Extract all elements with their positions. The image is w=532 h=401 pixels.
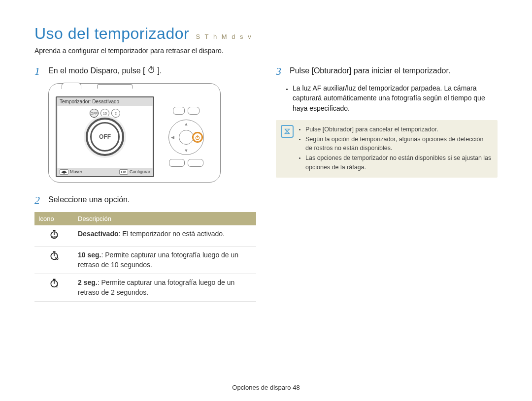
cell-desc: Desactivado: El temporizador no está act… (74, 225, 256, 246)
opt-label: Desactivado (78, 230, 118, 238)
svg-rect-16 (53, 279, 56, 280)
page-title: Uso del temporizador S T h M d s v (34, 25, 498, 43)
hint-move-label: Mover (70, 169, 82, 174)
options-table: Icono Descripción OFF Desactivado: El te… (34, 212, 256, 302)
dpad-right-timer-icon (192, 132, 203, 143)
note-item: Pulse [Obturador] para cancelar el tempo… (305, 125, 492, 134)
step-2: 2 Seleccione una opción. (34, 194, 256, 206)
table-header-row: Icono Descripción (34, 212, 256, 225)
timer-option-row: OFF 10 2 (57, 109, 153, 118)
footer-section: Opciones de disparo (232, 384, 291, 391)
step3-bullets: La luz AF auxiliar/luz del temporizador … (276, 83, 498, 113)
opt-label: 2 seg. (78, 278, 98, 286)
svg-rect-8 (53, 230, 56, 232)
arrow-icon: ◀▶ (60, 169, 68, 175)
camera-inner: Temporizador: Desactivado OFF 10 2 OFF (56, 96, 213, 177)
cell-icon: 2 (34, 274, 74, 302)
left-column: 1 En el modo Disparo, pulse [ ]. (34, 65, 256, 302)
hint-set-label: Conﬁgurar (130, 169, 150, 174)
th-icon: Icono (34, 212, 74, 225)
page-footer: Opciones de disparo 48 (0, 384, 532, 391)
opt-label: 10 seg. (78, 251, 101, 259)
page-title-text: Uso del temporizador (34, 25, 189, 42)
small-button-3 (169, 159, 185, 167)
opt-desc: : Permite capturar una fotografía luego … (78, 278, 234, 296)
svg-rect-12 (53, 251, 56, 253)
screen-footer: ◀▶ Mover OK Conﬁgurar (57, 168, 153, 177)
bottom-buttons (169, 159, 203, 167)
cell-desc: 2 seg.: Permite capturar una fotografía … (74, 274, 256, 302)
screen-title: Temporizador: Desactivado (57, 97, 153, 106)
step-number: 3 (276, 65, 285, 77)
footer-page: 48 (293, 384, 299, 391)
svg-text:10: 10 (55, 257, 59, 260)
hint-set: OK Conﬁgurar (119, 169, 150, 175)
note-list: Pulse [Obturador] para cancelar el tempo… (298, 125, 492, 172)
small-button-2 (188, 107, 200, 115)
table-row: 2 2 seg.: Permite capturar una fotografí… (34, 274, 256, 302)
dpad-ok (179, 130, 194, 145)
dpad-up-icon: ▲ (184, 122, 189, 126)
camera-controls: ▲ ▼ ◀ (159, 96, 213, 177)
mini-timer-2-icon: 2 (111, 109, 120, 118)
screen-body: OFF 10 2 OFF (57, 106, 153, 167)
intro-text: Aprenda a conﬁgurar el temporizador para… (34, 47, 498, 55)
hint-move: ◀▶ Mover (60, 169, 82, 175)
step-number: 1 (34, 65, 43, 77)
camera-body: Temporizador: Desactivado OFF 10 2 OFF (48, 83, 221, 183)
screen-off-label: OFF (99, 133, 111, 140)
th-desc: Descripción (74, 212, 256, 225)
step1-text-b: ]. (157, 66, 162, 75)
table-row: OFF Desactivado: El temporizador no está… (34, 225, 256, 246)
screen-timer-off-icon: OFF (86, 118, 124, 156)
camera-top (53, 87, 216, 93)
manual-page: Uso del temporizador S T h M d s v Apren… (0, 0, 532, 401)
step-number: 2 (34, 194, 43, 206)
note-item: Las opciones de temporizador no están di… (305, 154, 492, 171)
dpad-down-icon: ▼ (184, 148, 189, 153)
svg-rect-1 (150, 66, 152, 67)
step-text: En el modo Disparo, pulse [ ]. (48, 65, 162, 77)
mode-icons-label: S T h M d s v (196, 33, 253, 40)
timer-2s-icon: 2 (49, 278, 59, 288)
cell-icon: 10 (34, 246, 74, 274)
small-button-1 (173, 107, 185, 115)
cell-desc: 10 seg.: Permite capturar una fotografía… (74, 246, 256, 274)
content-columns: 1 En el modo Disparo, pulse [ ]. (34, 65, 498, 302)
dpad: ▲ ▼ ◀ (168, 120, 204, 155)
bullet-item: La luz AF auxiliar/luz del temporizador … (293, 83, 498, 113)
right-column: 3 Pulse [Obturador] para iniciar el temp… (276, 65, 498, 302)
camera-illustration: Temporizador: Desactivado OFF 10 2 OFF (34, 83, 256, 183)
step-text: Seleccione una opción. (48, 194, 130, 206)
small-button-4 (188, 159, 203, 167)
note-box: Pulse [Obturador] para cancelar el tempo… (276, 120, 498, 178)
top-buttons (173, 107, 200, 115)
note-icon (281, 125, 294, 138)
mini-timer-10-icon: 10 (100, 109, 109, 118)
dpad-left-icon: ◀ (171, 135, 174, 140)
mini-timer-off-icon: OFF (90, 109, 99, 118)
opt-desc: : El temporizador no está activado. (118, 230, 225, 238)
svg-rect-5 (197, 135, 198, 135)
camera-shutter-bump (97, 84, 133, 89)
ok-key-icon: OK (119, 169, 128, 175)
step-3: 3 Pulse [Obturador] para iniciar el temp… (276, 65, 498, 77)
table-row: 10 10 seg.: Permite capturar una fotogra… (34, 246, 256, 274)
timer-10s-icon: 10 (49, 250, 59, 260)
step-text: Pulse [Obturador] para iniciar el tempor… (290, 65, 450, 77)
camera-screen: Temporizador: Desactivado OFF 10 2 OFF (56, 96, 154, 177)
timer-icon (147, 65, 155, 76)
svg-text:OFF: OFF (51, 236, 57, 239)
opt-desc: : Permite capturar una fotografía luego … (78, 251, 238, 269)
note-item: Según la opción de temporizador, algunas… (305, 135, 492, 153)
svg-text:2: 2 (56, 284, 58, 288)
svg-line-3 (153, 67, 154, 67)
step1-text-a: En el modo Disparo, pulse [ (48, 66, 145, 75)
camera-bump (62, 83, 81, 89)
timer-off-icon: OFF (49, 229, 59, 239)
cell-icon: OFF (34, 225, 74, 246)
step-1: 1 En el modo Disparo, pulse [ ]. (34, 65, 256, 77)
